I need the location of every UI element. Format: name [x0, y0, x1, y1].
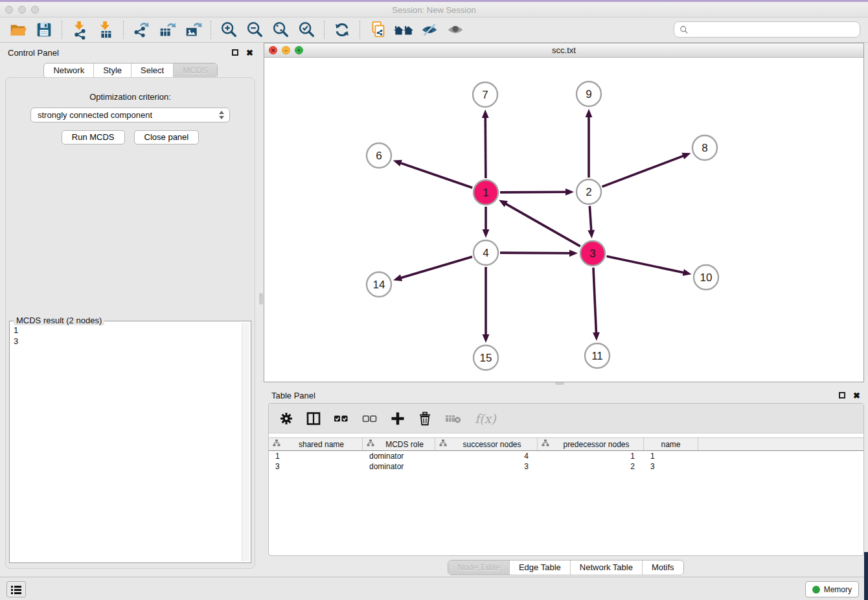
export-image-icon[interactable] — [180, 19, 206, 41]
network-window-titlebar[interactable]: ✕ – + scc.txt — [264, 43, 863, 58]
graph-node-label-15: 15 — [480, 352, 492, 364]
column-header-shared-name[interactable]: shared name — [269, 438, 363, 450]
table-tabs: Node TableEdge TableNetwork TableMotifs — [448, 560, 683, 575]
column-header-MCDS-role[interactable]: MCDS role — [363, 438, 435, 450]
graph-edge-4-3[interactable] — [500, 253, 571, 253]
graph-edge-3-1[interactable] — [505, 203, 580, 246]
table-cell[interactable]: 1 — [644, 451, 698, 461]
graph-edge-1-6[interactable] — [400, 163, 472, 188]
table-cell[interactable]: dominator — [363, 451, 435, 461]
table-cell[interactable]: 1 — [538, 451, 644, 461]
table-cell[interactable]: 3 — [435, 461, 538, 472]
save-session-icon[interactable] — [31, 19, 57, 41]
tab-select[interactable]: Select — [131, 63, 173, 78]
task-history-button[interactable] — [6, 581, 26, 597]
open-session-icon[interactable] — [5, 19, 31, 41]
tab-mcds[interactable]: MCDS — [173, 63, 216, 78]
graph-edge-1-2[interactable] — [500, 192, 567, 192]
tab-network-table[interactable]: Network Table — [570, 560, 642, 575]
delete-columns-icon[interactable] — [418, 409, 432, 428]
deselect-all-rows-icon[interactable] — [362, 409, 378, 428]
refresh-view-icon[interactable] — [329, 19, 355, 41]
column-header-successor-nodes[interactable]: successor nodes — [435, 438, 538, 450]
table-settings-icon[interactable] — [279, 409, 293, 428]
float-table-panel-icon[interactable] — [839, 392, 845, 398]
mcds-result-text[interactable]: 1 3 — [11, 323, 240, 561]
zoom-selected-icon[interactable] — [293, 19, 319, 41]
main-toolbar — [0, 17, 868, 43]
column-tree-icon — [273, 439, 280, 449]
import-table-icon[interactable] — [93, 19, 119, 41]
first-neighbors-icon[interactable] — [391, 19, 417, 41]
graph-arrowhead-1-4 — [483, 229, 490, 238]
tab-edge-table[interactable]: Edge Table — [509, 560, 570, 575]
graph-edge-2-8[interactable] — [602, 156, 685, 187]
close-panel-icon[interactable]: ✖ — [246, 48, 253, 58]
table-cell[interactable]: 2 — [538, 461, 644, 472]
table-cell[interactable]: 4 — [435, 451, 538, 461]
close-panel-button[interactable]: Close panel — [134, 130, 200, 144]
graph-node-label-10: 10 — [700, 271, 713, 284]
memory-button-label: Memory — [824, 585, 852, 594]
network-canvas[interactable]: 1234678910111415 — [264, 58, 863, 382]
graph-edge-1-7[interactable] — [485, 117, 486, 178]
import-network-icon[interactable] — [67, 19, 93, 41]
dropdown-stepper-icon — [218, 111, 225, 119]
graph-edge-2-3[interactable] — [589, 206, 591, 231]
control-panel-tab-row: NetworkStyleSelectMCDS — [0, 63, 261, 78]
export-network-icon[interactable] — [128, 19, 154, 41]
float-panel-icon[interactable] — [232, 49, 238, 56]
table-row[interactable]: 1dominator411 — [269, 451, 863, 461]
duplicate-network-icon[interactable] — [365, 19, 391, 41]
graph-arrowhead-3-11 — [593, 332, 600, 341]
table-body: 1dominator4113dominator323 — [269, 451, 863, 472]
graph-arrowhead-2-8 — [681, 153, 691, 159]
graph-edge-4-14[interactable] — [400, 257, 472, 278]
graph-edge-3-10[interactable] — [607, 257, 685, 273]
control-panel: Control Panel ✖ NetworkStyleSelectMCDS O… — [0, 43, 261, 577]
add-column-icon[interactable] — [391, 409, 405, 428]
tab-node-table[interactable]: Node Table — [448, 560, 509, 575]
table-panel: Table Panel ✖ — [264, 386, 868, 577]
zoom-out-icon[interactable] — [242, 19, 268, 41]
zoom-fit-icon[interactable] — [268, 19, 293, 41]
table-row[interactable]: 3dominator323 — [269, 461, 863, 472]
mcds-result-scrollbar[interactable] — [242, 323, 249, 561]
graph-node-label-7: 7 — [482, 89, 488, 101]
table-cell[interactable]: 3 — [269, 461, 363, 472]
graph-node-label-6: 6 — [376, 150, 382, 162]
tab-style[interactable]: Style — [93, 63, 131, 78]
table-cell[interactable]: 3 — [644, 461, 698, 472]
zoom-in-icon[interactable] — [216, 19, 242, 41]
mcds-result-group: MCDS result (2 nodes) 1 3 — [9, 321, 251, 563]
export-table-icon[interactable] — [154, 19, 180, 41]
close-table-panel-icon[interactable]: ✖ — [853, 391, 860, 400]
hide-selected-icon[interactable] — [417, 19, 442, 41]
graph-node-label-8: 8 — [702, 142, 707, 154]
status-bar: Memory — [0, 577, 868, 600]
search-field[interactable] — [674, 21, 860, 38]
vertical-splitter-handle[interactable] — [259, 293, 263, 305]
table-tab-row: Node TableEdge TableNetwork TableMotifs — [264, 560, 868, 575]
column-header-predecessor-nodes[interactable]: predecessor nodes — [538, 438, 644, 450]
column-header-name[interactable]: name — [644, 438, 698, 450]
toolbar-separator — [62, 21, 62, 39]
graph-node-label-14: 14 — [373, 279, 385, 291]
show-columns-icon[interactable] — [306, 409, 321, 428]
tab-network[interactable]: Network — [44, 63, 93, 78]
function-builder-icon[interactable]: f(x) — [475, 409, 496, 428]
memory-button[interactable]: Memory — [805, 581, 859, 597]
table-cell[interactable]: 1 — [269, 451, 363, 461]
control-panel-title: Control Panel — [8, 48, 232, 58]
run-mcds-button[interactable]: Run MCDS — [62, 130, 125, 144]
graph-node-label-2: 2 — [586, 186, 591, 198]
criterion-dropdown[interactable]: strongly connected component — [30, 108, 230, 122]
show-all-icon[interactable] — [442, 19, 468, 41]
destroy-table-icon[interactable] — [445, 409, 462, 428]
tab-motifs[interactable]: Motifs — [642, 560, 683, 575]
window-title: Session: New Session — [0, 5, 868, 15]
search-input[interactable] — [692, 25, 854, 34]
graph-edge-3-11[interactable] — [593, 268, 597, 334]
table-cell[interactable]: dominator — [363, 461, 435, 472]
select-all-rows-icon[interactable] — [334, 409, 349, 428]
